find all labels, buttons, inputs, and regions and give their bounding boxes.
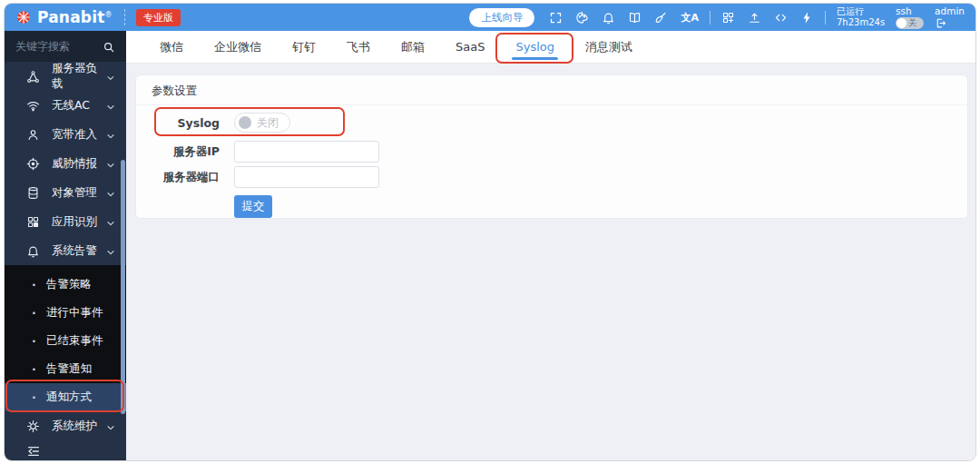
ssh-label: ssh (896, 6, 912, 16)
tab-dingtalk[interactable]: 钉钉 (277, 31, 331, 63)
sidebar-item-object-mgmt[interactable]: 对象管理 (5, 178, 126, 207)
chevron-down-icon (106, 101, 115, 110)
sidebar-item-label: 服务器负载 (52, 61, 106, 92)
sidebar-subitem-ongoing-events[interactable]: 进行中事件 (5, 299, 126, 327)
system-alerts-submenu: 告警策略 进行中事件 已结束事件 告警通知 通知方式 (5, 265, 126, 411)
target-icon (26, 157, 40, 171)
tab-bar: 微信 企业微信 钉钉 飞书 邮箱 SaaS Syslog 消息测试 (126, 31, 975, 64)
settings-panel: 参数设置 Syslog 关闭 服务器IP 服务器端口 (135, 74, 968, 219)
upload-icon[interactable] (748, 11, 761, 25)
uptime-label: 已运行 (837, 6, 885, 17)
syslog-label: Syslog (136, 116, 220, 130)
user-icon (26, 128, 40, 142)
bell-icon[interactable] (602, 11, 615, 25)
tab-email[interactable]: 邮箱 (386, 31, 440, 63)
subitem-label: 告警策略 (46, 277, 92, 292)
sidebar-item-broadband-access[interactable]: 宽带准入 (5, 120, 126, 149)
uptime-value: 7h23m24s (837, 17, 885, 28)
panel-title: 参数设置 (136, 75, 967, 105)
sidebar-item-label: 应用识别 (52, 214, 97, 230)
sidebar-subitem-alert-notify[interactable]: 告警通知 (5, 355, 126, 383)
logout-icon[interactable] (935, 17, 946, 29)
main-content: 微信 企业微信 钉钉 飞书 邮箱 SaaS Syslog 消息测试 参数设置 S… (126, 31, 975, 460)
menu-fold-icon (26, 444, 41, 460)
tab-saas[interactable]: SaaS (440, 31, 500, 63)
server-port-row: 服务器端口 (136, 166, 967, 188)
chevron-down-icon (106, 72, 115, 81)
sidebar-item-label: 宽带准入 (52, 127, 97, 143)
tab-wechat[interactable]: 微信 (144, 31, 199, 63)
ssh-toggle-knob (897, 18, 906, 28)
panabit-logo-icon (15, 9, 32, 25)
chevron-down-icon (106, 421, 115, 430)
translate-icon[interactable]: 文A (681, 11, 699, 25)
sidebar-item-threat-intel[interactable]: 威胁情报 (5, 149, 126, 178)
chevron-down-icon (106, 159, 115, 168)
registered-mark: ® (105, 11, 113, 19)
ssh-block: ssh 关 (896, 6, 924, 29)
sidebar-subitem-notify-method[interactable]: 通知方式 (5, 383, 126, 411)
server-ip-input[interactable] (234, 141, 379, 163)
fullscreen-icon[interactable] (549, 11, 563, 25)
header-divider (710, 11, 710, 25)
sidebar-menu: 服务器负载 无线AC 宽带准入 威胁情报 对象管理 (5, 62, 126, 265)
chevron-down-icon (106, 188, 115, 197)
search-icon[interactable] (103, 40, 115, 53)
share-nodes-icon (26, 70, 40, 84)
sidebar-item-system-alerts[interactable]: 系统告警 (5, 236, 126, 265)
subitem-label: 进行中事件 (46, 305, 103, 321)
sidebar-search (5, 31, 126, 62)
brand: Panabit® (15, 8, 122, 26)
sidebar-subitem-alert-policy[interactable]: 告警策略 (5, 271, 126, 299)
subitem-label: 已结束事件 (46, 333, 103, 349)
code-icon[interactable] (774, 11, 788, 25)
search-input[interactable] (15, 40, 103, 53)
submit-button[interactable]: 提交 (234, 195, 272, 218)
chevron-down-icon (106, 130, 115, 139)
chevron-down-icon (106, 246, 115, 255)
syslog-toggle-row: Syslog 关闭 (136, 112, 967, 133)
sidebar-item-app-identify[interactable]: 应用识别 (5, 207, 126, 236)
syslog-toggle-knob (239, 116, 251, 129)
header-divider (124, 9, 125, 25)
broom-icon[interactable] (654, 11, 668, 25)
edition-badge: 专业版 (136, 9, 181, 26)
tab-wecom[interactable]: 企业微信 (199, 31, 277, 63)
sidebar-item-server-load[interactable]: 服务器负载 (5, 62, 126, 91)
sidebar-subitem-ended-events[interactable]: 已结束事件 (5, 327, 126, 355)
gear-icon (26, 420, 40, 433)
sidebar-item-label: 对象管理 (52, 185, 97, 201)
tab-feishu[interactable]: 飞书 (331, 31, 386, 63)
palette-icon[interactable] (575, 11, 589, 25)
syslog-toggle[interactable]: 关闭 (234, 113, 290, 133)
sidebar-scrollbar[interactable] (121, 160, 125, 414)
sidebar-item-label: 系统告警 (52, 243, 97, 259)
app-window: Panabit® 专业版 上线向导 文A 已运行 7h23m24s ssh (4, 3, 976, 461)
sidebar-item-system-maintenance[interactable]: 系统维护 (5, 411, 126, 440)
app-grid-icon[interactable] (721, 11, 735, 25)
subitem-label: 告警通知 (46, 361, 92, 377)
bolt-icon[interactable] (800, 11, 814, 25)
top-header: Panabit® 专业版 上线向导 文A 已运行 7h23m24s ssh (5, 4, 975, 31)
tab-syslog[interactable]: Syslog (500, 31, 570, 63)
server-ip-row: 服务器IP (136, 141, 967, 163)
sidebar-item-label: 威胁情报 (52, 156, 97, 172)
chevron-down-icon (106, 217, 115, 226)
submit-row: 提交 (136, 192, 967, 218)
tab-message-test[interactable]: 消息测试 (570, 31, 648, 63)
book-icon[interactable] (628, 11, 642, 25)
server-port-input[interactable] (234, 166, 379, 188)
server-port-label: 服务器端口 (136, 170, 220, 185)
syslog-toggle-state: 关闭 (257, 115, 279, 131)
online-wizard-button[interactable]: 上线向导 (469, 8, 534, 27)
sidebar-item-wireless-ac[interactable]: 无线AC (5, 91, 126, 120)
settings-form: Syslog 关闭 服务器IP 服务器端口 提交 (136, 105, 967, 218)
sidebar-collapse-button[interactable] (5, 440, 126, 460)
bell-icon (26, 244, 40, 258)
apps-icon (26, 215, 40, 229)
ssh-toggle[interactable]: 关 (896, 17, 924, 29)
subitem-label: 通知方式 (46, 390, 92, 405)
database-icon (26, 186, 40, 200)
header-divider (825, 11, 826, 25)
username-label: admin (935, 6, 965, 16)
